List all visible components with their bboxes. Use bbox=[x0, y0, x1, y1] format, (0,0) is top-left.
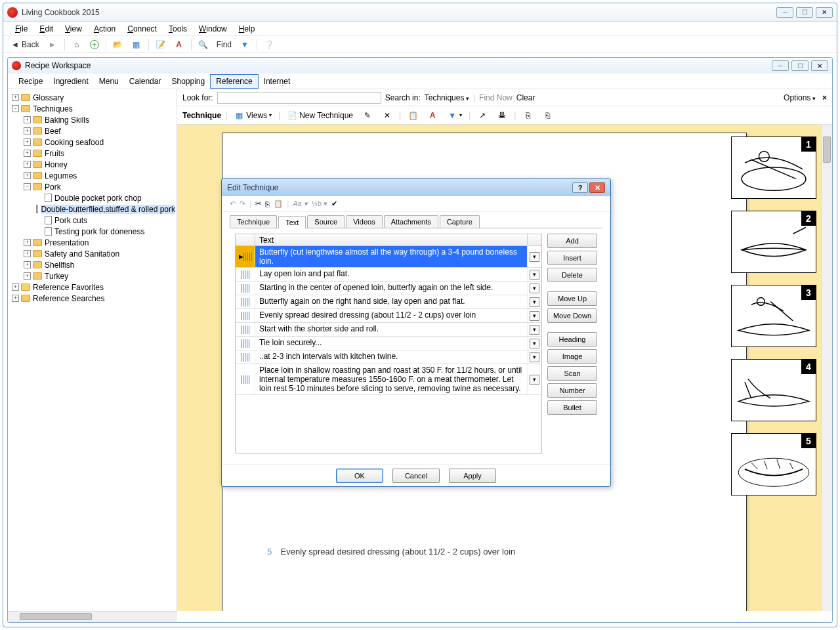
tree-hscroll[interactable] bbox=[8, 611, 177, 622]
grid-cell-text[interactable]: Lay open loin and pat flat. bbox=[255, 268, 527, 281]
menu-view[interactable]: View bbox=[60, 23, 87, 35]
tab-recipe[interactable]: Recipe bbox=[13, 75, 48, 88]
drag-handle-icon[interactable] bbox=[241, 326, 249, 334]
tree-node[interactable]: +Reference Favorites bbox=[9, 282, 175, 293]
ws-maximize-button[interactable]: ☐ bbox=[791, 60, 808, 71]
home-button[interactable]: ⌂ bbox=[69, 38, 85, 51]
drag-handle-icon[interactable] bbox=[241, 284, 249, 293]
menu-edit[interactable]: Edit bbox=[34, 23, 58, 35]
grid-row[interactable]: Tie loin securely...▾ bbox=[236, 337, 541, 350]
maximize-button[interactable]: ☐ bbox=[796, 7, 813, 18]
vertical-scrollbar[interactable] bbox=[821, 125, 832, 611]
tree-node[interactable]: +Reference Searches bbox=[9, 293, 175, 304]
row-edit-button[interactable]: ▾ bbox=[530, 325, 539, 335]
paste-icon[interactable]: 📋 bbox=[274, 200, 283, 208]
tree-node[interactable]: +Presentation bbox=[9, 237, 175, 248]
tab-shopping[interactable]: Shopping bbox=[166, 75, 210, 88]
tree-node[interactable]: +Beef bbox=[9, 125, 175, 136]
thumbnail-3[interactable]: 3 bbox=[731, 285, 816, 347]
grid-cell-text[interactable]: Butterfly again on the right hand side, … bbox=[255, 295, 527, 308]
heading-button[interactable]: Heading bbox=[547, 332, 597, 346]
look-for-input[interactable] bbox=[217, 92, 381, 104]
find-now-button[interactable]: Find Now bbox=[479, 93, 513, 102]
tab-internet[interactable]: Internet bbox=[259, 75, 296, 88]
dlg-tab-technique[interactable]: Technique bbox=[230, 215, 277, 228]
scan-button[interactable]: Scan bbox=[547, 366, 597, 381]
grid-cell-text[interactable]: Butterfly (cut lengthwise almost all the… bbox=[255, 246, 527, 267]
find-button[interactable]: Find bbox=[214, 39, 234, 51]
back-button[interactable]: ◄Back bbox=[7, 38, 42, 51]
number-button[interactable]: Number bbox=[547, 383, 597, 398]
cut-icon[interactable]: ✂ bbox=[255, 200, 261, 208]
row-edit-button[interactable]: ▾ bbox=[530, 284, 539, 293]
row-edit-button[interactable]: ▾ bbox=[530, 297, 539, 307]
undo-icon[interactable]: ↶ bbox=[230, 200, 236, 208]
drag-handle-icon[interactable] bbox=[241, 312, 249, 320]
edit-button[interactable]: ✎ bbox=[360, 109, 375, 122]
tree-node[interactable]: +Fruits bbox=[9, 148, 175, 159]
row-edit-button[interactable]: ▾ bbox=[530, 252, 539, 262]
menu-tools[interactable]: Tools bbox=[163, 23, 192, 35]
copy-button[interactable]: ⎘ bbox=[520, 109, 536, 122]
dialog-titlebar[interactable]: Edit Technique ? ✕ bbox=[222, 179, 610, 196]
options-dropdown[interactable]: Options bbox=[784, 93, 816, 102]
row-edit-button[interactable]: ▾ bbox=[530, 339, 539, 348]
grid-cell-text[interactable]: Evenly spread desired dressing (about 11… bbox=[255, 309, 527, 322]
dlg-tab-text[interactable]: Text bbox=[278, 216, 306, 228]
drag-handle-icon[interactable] bbox=[241, 270, 249, 279]
print-button[interactable]: 🖶 bbox=[494, 109, 510, 122]
add-button[interactable]: Add bbox=[547, 234, 597, 248]
grid-row[interactable]: ..at 2-3 inch intervals with kitchen twi… bbox=[236, 350, 541, 364]
grid-row[interactable]: Starting in the center of opened loin, b… bbox=[236, 282, 541, 295]
tab-ingredient[interactable]: Ingredient bbox=[48, 75, 93, 88]
menu-connect[interactable]: Connect bbox=[122, 23, 162, 35]
grid-cell-text[interactable]: ..at 2-3 inch intervals with kitchen twi… bbox=[255, 350, 527, 364]
tree-node[interactable]: +Shellfish bbox=[9, 259, 175, 270]
tree-node[interactable]: Double-butterflied,stuffed & rolled pork bbox=[9, 203, 175, 215]
apply-button[interactable]: Apply bbox=[449, 469, 496, 483]
export-button[interactable]: ↗ bbox=[474, 109, 490, 122]
dlg-tab-attachments[interactable]: Attachments bbox=[384, 215, 438, 228]
tree-node[interactable]: +Baking Skills bbox=[9, 114, 175, 125]
cancel-button[interactable]: Cancel bbox=[392, 469, 440, 483]
paste-button[interactable]: ⎗ bbox=[539, 109, 555, 122]
views-dropdown[interactable]: ▦Views ▾ bbox=[231, 109, 274, 122]
font-aa-icon[interactable]: Aa ▾ bbox=[293, 200, 308, 208]
filter2-button[interactable]: ▼▾ bbox=[444, 109, 465, 122]
grid-row[interactable]: Place loin in shallow roasting pan and r… bbox=[236, 364, 541, 395]
spellcheck-icon[interactable]: ✔ bbox=[331, 200, 337, 208]
filter-button[interactable]: ▼ bbox=[237, 38, 253, 51]
redo-icon[interactable]: ↷ bbox=[240, 200, 245, 208]
tab-reference[interactable]: Reference bbox=[210, 74, 258, 89]
row-edit-button[interactable]: ▾ bbox=[530, 270, 539, 280]
drag-handle-icon[interactable] bbox=[241, 353, 249, 362]
dlg-tab-capture[interactable]: Capture bbox=[440, 215, 480, 228]
new-technique-button[interactable]: 📄New Technique bbox=[284, 109, 356, 122]
delete-button[interactable]: Delete bbox=[547, 268, 597, 282]
font-button[interactable]: A bbox=[171, 38, 187, 51]
forward-button[interactable]: ► bbox=[45, 38, 60, 51]
dialog-close-button[interactable]: ✕ bbox=[589, 182, 605, 193]
dlg-tab-source[interactable]: Source bbox=[307, 215, 345, 228]
move-up-button[interactable]: Move Up bbox=[547, 291, 597, 306]
delete-button[interactable]: ✕ bbox=[379, 109, 395, 122]
grid-row[interactable]: Lay open loin and pat flat.▾ bbox=[236, 268, 541, 282]
tree-node[interactable]: +Cooking seafood bbox=[9, 136, 175, 148]
help-button[interactable]: ❔ bbox=[261, 38, 277, 51]
tab-calendar[interactable]: Calendar bbox=[124, 75, 167, 88]
row-edit-button[interactable]: ▾ bbox=[530, 375, 539, 385]
tree-node[interactable]: +Glossary bbox=[9, 92, 175, 103]
edit-doc-button[interactable]: 📝 bbox=[153, 38, 169, 51]
add-button[interactable]: + bbox=[87, 39, 102, 51]
menu-window[interactable]: Window bbox=[194, 23, 232, 35]
tree-node[interactable]: -Pork bbox=[9, 181, 175, 192]
thumbnail-1[interactable]: 1 bbox=[731, 136, 816, 199]
thumbnail-4[interactable]: 4 bbox=[731, 359, 816, 421]
dialog-help-button[interactable]: ? bbox=[572, 182, 588, 193]
font2-button[interactable]: A bbox=[425, 109, 440, 122]
ok-button[interactable]: OK bbox=[336, 469, 383, 483]
dlg-tab-videos[interactable]: Videos bbox=[346, 215, 382, 228]
row-edit-button[interactable]: ▾ bbox=[530, 311, 539, 321]
tab-menu[interactable]: Menu bbox=[94, 75, 124, 88]
tree-node[interactable]: +Turkey bbox=[9, 270, 175, 282]
